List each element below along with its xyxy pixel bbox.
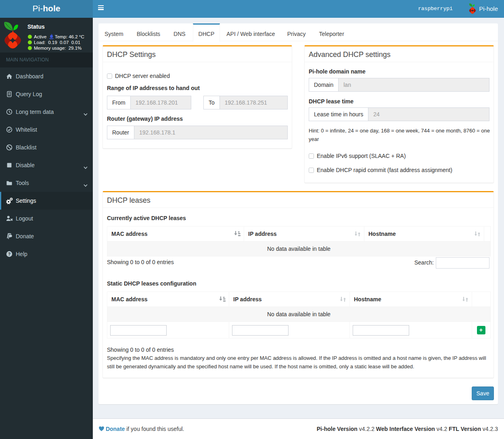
svg-text:?: ?: [8, 252, 10, 256]
